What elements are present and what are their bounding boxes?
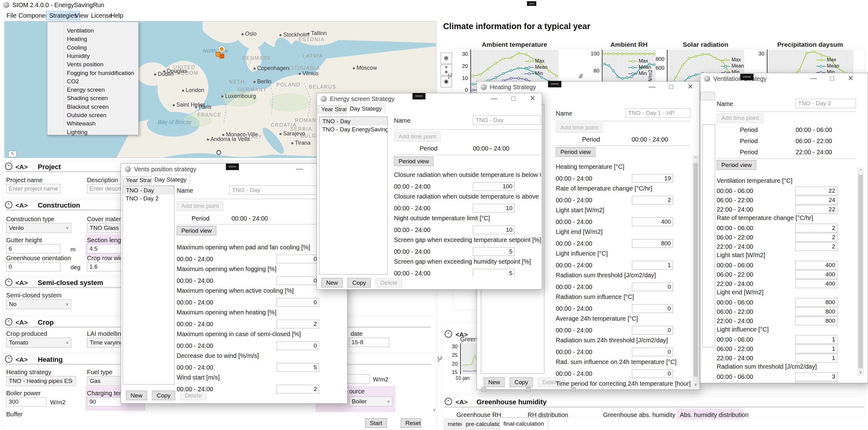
field-value-input[interactable]: 800 (795, 317, 837, 325)
field-value-input[interactable]: 400 (795, 261, 837, 269)
menu-item-ventilation[interactable]: Ventilation (67, 26, 94, 35)
maximize-button[interactable]: □ (509, 94, 518, 103)
collapse-chevron-icon[interactable]: ⌃ (5, 279, 12, 286)
field-value-input[interactable]: 0 (632, 283, 673, 291)
strategy-name-input[interactable] (795, 99, 856, 108)
scroll-down-icon[interactable]: ∨ (693, 382, 699, 387)
collapse-chevron-icon[interactable]: ⌃ (445, 398, 452, 405)
menu-item-co2[interactable]: CO2 (67, 77, 79, 86)
semi-closed-select[interactable]: No∨ (6, 299, 71, 309)
boiler-power-input[interactable] (6, 397, 46, 406)
maximize-button[interactable]: □ (828, 74, 837, 82)
strategy-name-input[interactable] (473, 116, 541, 125)
collapse-chevron-icon[interactable]: ⌃ (5, 318, 12, 325)
maximize-button[interactable]: □ (666, 83, 676, 91)
field-value-input[interactable]: 0 (632, 304, 673, 313)
minimize-button[interactable]: — (295, 165, 304, 173)
new-button[interactable]: New (321, 278, 343, 287)
field-value-input[interactable]: 1 (795, 354, 837, 363)
field-value-input[interactable]: 0 (277, 341, 319, 350)
field-value-input[interactable]: 800 (795, 298, 837, 307)
field-value-input[interactable]: 2 (795, 233, 837, 241)
strategy-name-input[interactable] (229, 185, 319, 195)
crop-row-width-input[interactable] (87, 262, 122, 271)
add-time-point-button[interactable]: Add time point (394, 132, 441, 142)
field-value-input[interactable]: 2 (795, 224, 837, 232)
charging-temperature-input[interactable] (87, 397, 122, 406)
dialog-titlebar[interactable]: Energy screen Strategy — □ ✕ (317, 93, 542, 105)
copy-button[interactable]: Copy (510, 377, 532, 387)
field-value-input[interactable]: 2 (795, 242, 837, 251)
menu-item-blackout-screen[interactable]: Blackout screen (67, 103, 108, 111)
scrollbar-thumb[interactable] (859, 175, 863, 368)
scrollbar-thumb[interactable] (693, 163, 698, 377)
list-item[interactable]: TNO - Day 2 (123, 194, 174, 203)
field-value-input[interactable]: 0 (277, 276, 319, 285)
field-value-input[interactable]: 0 (632, 369, 673, 378)
copy-button[interactable]: Copy (152, 391, 175, 400)
field-value-input[interactable]: 0 (632, 326, 673, 335)
period-view-button[interactable]: Period view (177, 226, 216, 235)
field-value-input[interactable]: 0 (277, 255, 319, 263)
tab-day-strategy[interactable]: Day Stategy (346, 104, 385, 113)
close-button[interactable]: ✕ (846, 74, 855, 82)
map-marker-circle[interactable] (219, 46, 225, 52)
field-value-input[interactable]: 100 (473, 182, 515, 191)
gutter-height-input[interactable] (6, 244, 60, 253)
scroll-down-icon[interactable]: ∨ (433, 407, 436, 413)
field-value-input[interactable]: 800 (632, 239, 673, 248)
field-value-input[interactable]: 400 (795, 280, 837, 288)
field-value-input[interactable]: 400 (795, 270, 837, 279)
humidity-item-abs-distribution[interactable]: Abs. humidity distribution (680, 411, 749, 419)
copy-button[interactable]: Copy (347, 278, 370, 287)
menu-item-fogging-for-humidification[interactable]: Fogging for humidification (67, 69, 134, 77)
humidity-item-abs-humidity[interactable]: Greenhouse abs. humidity (603, 411, 675, 419)
field-value-input[interactable]: 2 (632, 196, 673, 204)
orientation-input[interactable] (6, 262, 60, 271)
vertical-scrollbar[interactable]: ⌃ ∨ (692, 155, 699, 388)
collapse-chevron-icon[interactable]: ⌃ (5, 163, 12, 170)
section-length-input[interactable] (87, 244, 122, 253)
field-value-input[interactable]: 2 (277, 320, 319, 328)
menu-item-lighting[interactable]: Lighting (67, 128, 88, 136)
field-value-input[interactable]: 5 (473, 247, 515, 256)
field-value-input[interactable]: 5 (277, 363, 319, 372)
strategy-name-input[interactable] (625, 109, 690, 118)
collapse-chevron-icon[interactable]: ⌃ (445, 330, 452, 338)
period-view-button[interactable]: Period view (394, 156, 434, 166)
date-input[interactable] (349, 338, 389, 347)
add-time-point-button[interactable]: Add time point (556, 123, 602, 133)
field-value-input[interactable]: 5 (473, 269, 515, 277)
field-value-input[interactable]: 2 (277, 385, 319, 394)
minimize-button[interactable]: — (647, 83, 657, 91)
dialog-titlebar[interactable]: Heating Strategy — □ ✕ (477, 82, 700, 93)
tab-fragment[interactable] (700, 92, 715, 101)
strategy-list[interactable] (702, 124, 715, 347)
partial-input[interactable] (345, 374, 370, 383)
window-titlebar[interactable]: SIOM 2.4.0.0 - EnergySavingRun (0, 0, 868, 10)
new-button[interactable]: New (484, 377, 505, 387)
new-button[interactable]: New (126, 391, 147, 400)
field-value-input[interactable]: 19 (632, 174, 673, 183)
field-value-input[interactable]: 10 (473, 204, 515, 212)
menu-item-energy-screen[interactable]: Energy screen (67, 86, 105, 94)
field-value-input[interactable]: 3 (795, 382, 837, 383)
crop-produced-select[interactable]: Tomato∨ (6, 338, 71, 348)
field-value-input[interactable]: 24 (795, 196, 837, 204)
start-button[interactable]: Start (365, 418, 387, 428)
collapse-chevron-icon[interactable]: ⌃ (5, 201, 12, 208)
source-select[interactable]: Boiler∨ (349, 397, 392, 406)
project-name-input[interactable] (6, 184, 60, 193)
field-value-input[interactable]: 10 (473, 226, 515, 234)
menu-item-shading-screen[interactable]: Shading screen (67, 94, 108, 102)
menu-item-whitewash[interactable]: Whitewash (67, 119, 96, 127)
field-value-input[interactable]: 1 (795, 335, 837, 344)
map-edit-icon[interactable]: ✎ (8, 151, 17, 157)
winter-climate-button[interactable]: ❄ (441, 53, 452, 64)
dialog-titlebar[interactable]: Ventilation Strategy — □ ✕ (700, 73, 868, 84)
menu-item-humidity[interactable]: Humidity (67, 52, 90, 60)
fuel-type-select[interactable]: Gas (87, 376, 122, 386)
list-item[interactable]: TNO - Day (319, 117, 388, 125)
scroll-up-icon[interactable]: ⌃ (858, 168, 863, 173)
menu-help[interactable]: Help (108, 11, 126, 20)
